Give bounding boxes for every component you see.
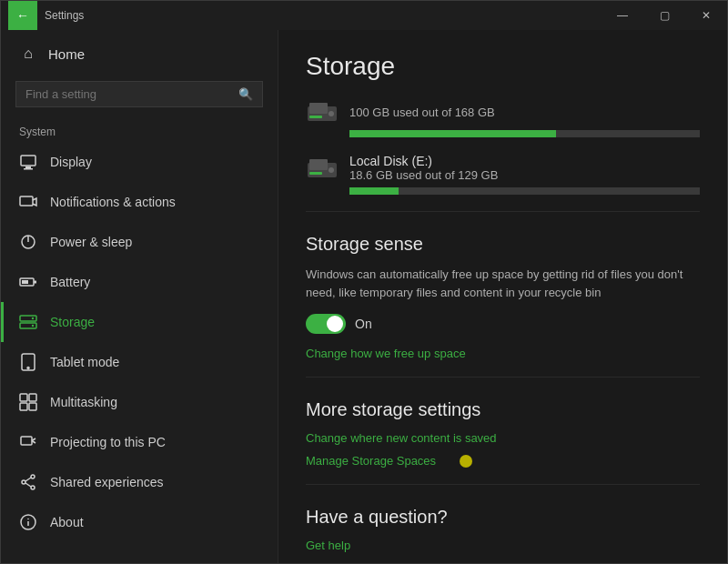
projecting-icon: [19, 433, 37, 451]
svg-point-23: [22, 480, 25, 484]
svg-rect-9: [20, 316, 36, 321]
search-icon: 🔍: [238, 87, 253, 101]
projecting-label: Projecting to this PC: [50, 435, 166, 449]
svg-rect-7: [34, 281, 36, 284]
notifications-label: Notifications & actions: [50, 195, 176, 209]
sidebar-section-label: System: [1, 118, 278, 142]
more-settings-title: More storage settings: [306, 399, 700, 420]
sidebar-item-notifications[interactable]: Notifications & actions: [1, 182, 278, 222]
multitasking-icon: [19, 393, 37, 411]
sidebar-item-projecting[interactable]: Projecting to this PC: [1, 422, 278, 462]
disk-usage-e: 18.6 GB used out of 129 GB: [349, 168, 498, 182]
divider-2: [306, 377, 700, 378]
sidebar-item-tablet[interactable]: Tablet mode: [1, 342, 278, 382]
sidebar-item-display[interactable]: Display: [1, 142, 278, 182]
about-icon: [19, 513, 37, 531]
svg-rect-15: [20, 394, 27, 401]
disk-progress-e: [349, 187, 700, 195]
home-icon: ⌂: [19, 45, 37, 63]
svg-point-10: [32, 317, 34, 319]
shared-label: Shared experiences: [50, 475, 164, 489]
close-button[interactable]: ✕: [685, 1, 727, 30]
svg-point-22: [31, 475, 35, 478]
svg-point-29: [27, 519, 29, 520]
disk-name-e: Local Disk (E:): [349, 154, 498, 168]
content-area: ⌂ Home 🔍 System Display: [1, 30, 727, 563]
divider-3: [306, 484, 700, 485]
svg-point-36: [329, 167, 334, 173]
storage-sense-description: Windows can automatically free up space …: [306, 266, 700, 301]
svg-rect-16: [29, 394, 36, 401]
disk-progress-c: [349, 130, 700, 137]
display-label: Display: [50, 155, 92, 169]
svg-rect-0: [21, 156, 35, 166]
divider-1: [306, 211, 700, 212]
title-bar-left: ← Settings: [8, 1, 84, 30]
svg-rect-19: [21, 437, 32, 445]
window-controls: — ▢ ✕: [602, 1, 727, 30]
svg-rect-18: [29, 403, 36, 410]
multitasking-label: Multitasking: [50, 395, 117, 409]
change-free-space-link[interactable]: Change how we free up space: [306, 347, 700, 360]
home-label: Home: [48, 46, 85, 62]
svg-line-26: [25, 483, 31, 487]
main-panel: Storage 100 GB used out of 168 GB: [278, 30, 727, 563]
search-box[interactable]: 🔍: [15, 81, 263, 107]
back-icon: ←: [16, 8, 29, 23]
sidebar-home[interactable]: ⌂ Home: [1, 30, 278, 77]
battery-icon: [19, 273, 37, 291]
sidebar-item-about[interactable]: About: [1, 502, 278, 542]
sidebar-item-storage[interactable]: Storage: [1, 302, 278, 342]
storage-sense-title: Storage sense: [306, 234, 700, 255]
disk-info-e: Local Disk (E:) 18.6 GB used out of 129 …: [349, 154, 498, 182]
search-input[interactable]: [25, 87, 238, 101]
svg-rect-35: [309, 159, 328, 170]
disk-usage-c: 100 GB used out of 168 GB: [349, 106, 495, 119]
disk-progress-fill-c: [349, 130, 556, 137]
sidebar-item-power[interactable]: Power & sleep: [1, 222, 278, 262]
disk-header-c: 100 GB used out of 168 GB: [306, 99, 700, 125]
sidebar-item-battery[interactable]: Battery: [1, 262, 278, 302]
disk-info-c: 100 GB used out of 168 GB: [349, 106, 495, 119]
disk-header-e: Local Disk (E:) 18.6 GB used out of 129 …: [306, 154, 700, 182]
svg-point-32: [329, 111, 334, 116]
disk-progress-fill-e: [349, 187, 399, 195]
back-button[interactable]: ←: [8, 1, 37, 30]
settings-window: ← Settings — ▢ ✕ ⌂ Home 🔍 System: [0, 0, 728, 564]
svg-rect-17: [20, 403, 27, 410]
svg-point-12: [32, 325, 34, 327]
tablet-icon: [19, 353, 37, 371]
disk-drive-icon-c: [306, 99, 339, 125]
get-help-link[interactable]: Get help: [306, 539, 700, 552]
toggle-label: On: [355, 317, 372, 331]
sidebar-item-shared[interactable]: Shared experiences: [1, 462, 278, 502]
display-icon: [19, 153, 37, 171]
svg-rect-2: [24, 168, 33, 170]
power-label: Power & sleep: [50, 235, 132, 249]
svg-rect-8: [22, 280, 28, 284]
storage-icon: [19, 313, 37, 331]
battery-label: Battery: [50, 275, 90, 289]
minimize-button[interactable]: —: [602, 1, 643, 30]
tablet-label: Tablet mode: [50, 355, 119, 369]
about-label: About: [50, 515, 84, 529]
storage-sense-toggle-row: On: [306, 314, 700, 334]
maximize-button[interactable]: ▢: [643, 1, 685, 30]
disk-item-c: 100 GB used out of 168 GB: [306, 99, 700, 137]
svg-rect-13: [22, 354, 35, 370]
svg-rect-37: [309, 172, 322, 175]
toggle-knob: [327, 316, 343, 332]
page-title: Storage: [306, 52, 700, 81]
sidebar-item-multitasking[interactable]: Multitasking: [1, 382, 278, 422]
storage-sense-toggle[interactable]: [306, 314, 346, 334]
manage-storage-spaces-link[interactable]: Manage Storage Spaces: [306, 454, 700, 468]
svg-line-25: [25, 478, 31, 481]
svg-rect-31: [309, 103, 328, 114]
disk-item-e: Local Disk (E:) 18.6 GB used out of 129 …: [306, 154, 700, 195]
svg-rect-11: [20, 323, 36, 328]
sidebar: ⌂ Home 🔍 System Display: [1, 30, 278, 563]
power-icon: [19, 233, 37, 251]
title-bar: ← Settings — ▢ ✕: [1, 1, 727, 30]
storage-label: Storage: [50, 315, 95, 329]
change-content-location-link[interactable]: Change where new content is saved: [306, 431, 700, 445]
